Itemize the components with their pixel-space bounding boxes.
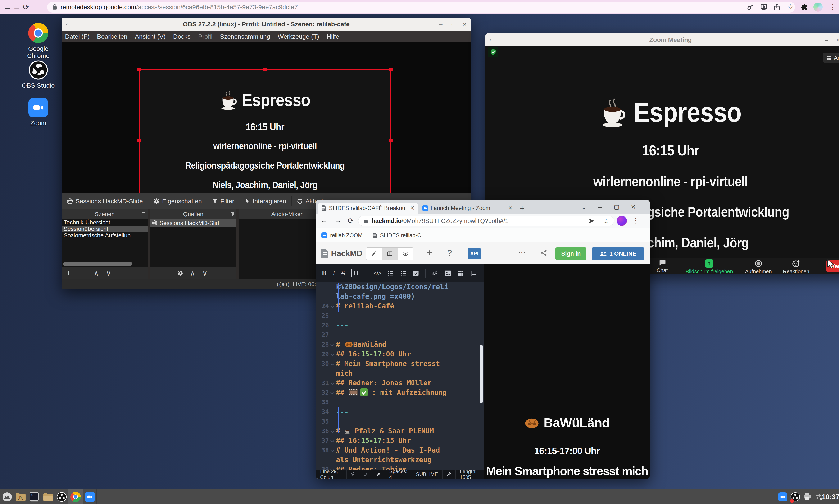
menu-werkzeuge[interactable]: Werkzeuge (T)	[278, 33, 319, 40]
browser-menu-icon[interactable]: ⋮	[632, 216, 639, 224]
menu-ansicht[interactable]: Ansicht (V)	[135, 33, 166, 40]
online-users-button[interactable]: 1 ONLINE	[592, 247, 645, 260]
profile-avatar[interactable]	[814, 2, 823, 12]
scenes-panel-header[interactable]: Szenen	[62, 209, 148, 219]
sources-panel-header[interactable]: Quellen	[150, 209, 236, 219]
obs-minimize-button[interactable]: –	[439, 21, 443, 28]
resize-handle[interactable]	[389, 139, 393, 142]
forward-icon[interactable]: →	[335, 216, 341, 224]
tab-close-icon[interactable]: ✕	[410, 205, 415, 212]
share-screen-button[interactable]: Bildschirm freigeben	[684, 259, 734, 274]
reload-icon[interactable]: ⟳	[348, 216, 354, 225]
table-button[interactable]	[458, 270, 464, 276]
source-properties-icon[interactable]	[177, 270, 183, 276]
source-up-button[interactable]: ∧	[190, 269, 195, 277]
check-status-icon[interactable]	[359, 470, 372, 479]
address-bar[interactable]: remotedesktop.google.com/access/session/…	[47, 2, 795, 13]
numbered-list-button[interactable]	[400, 270, 407, 276]
menu-profil[interactable]: Profil	[198, 33, 212, 40]
browser-tab-active[interactable]: SLIDES relilab-CAFÉ Breakou ✕	[318, 203, 418, 214]
image-button[interactable]	[445, 270, 451, 276]
brush-icon[interactable]	[372, 470, 385, 479]
bookmark-item[interactable]: SLIDES relilab-C...	[380, 232, 426, 239]
resize-handle[interactable]	[137, 139, 141, 142]
horizontal-scrollbar[interactable]	[63, 262, 132, 266]
window-close-button[interactable]: ✕	[631, 203, 636, 211]
menu-hilfe[interactable]: Hilfe	[327, 33, 339, 40]
link-button[interactable]	[432, 270, 438, 276]
taskbar-launcher-home[interactable]	[0, 489, 14, 504]
desktop-icon-obs[interactable]: OBS Studio	[18, 60, 58, 89]
new-note-button[interactable]: +	[427, 247, 432, 258]
cursor-position[interactable]: Line 29, Colun	[316, 470, 347, 479]
zoom-maximize-button[interactable]: ▫	[837, 37, 839, 43]
code-button[interactable]: </>	[374, 270, 381, 276]
taskbar-window-chrome-active[interactable]	[68, 489, 83, 504]
scene-item-selected[interactable]: Sessionübersicht	[62, 226, 148, 232]
indent-setting[interactable]: Spaces: 4	[385, 470, 412, 479]
remove-scene-button[interactable]: −	[78, 269, 82, 277]
remove-source-button[interactable]: −	[166, 269, 170, 277]
key-icon[interactable]	[747, 3, 754, 11]
keymap-setting[interactable]: SUBLIME	[412, 470, 442, 479]
taskbar-terminal[interactable]: >_	[28, 489, 41, 504]
scene-item[interactable]: Soziometrische Aufstellun	[62, 232, 148, 239]
window-maximize-button[interactable]: ▢	[614, 203, 619, 211]
filter-button[interactable]: Filter	[207, 193, 239, 209]
profile-avatar[interactable]	[617, 216, 627, 226]
obs-preview-canvas[interactable]: Espresso 16:15 Uhr wirlernenonline - rpi…	[62, 42, 471, 193]
bookmark-star-icon[interactable]: ☆	[603, 217, 609, 225]
bold-button[interactable]: B	[322, 269, 326, 277]
security-shield-icon[interactable]	[488, 47, 498, 57]
browser-menu-icon[interactable]: ⋮	[828, 2, 837, 12]
help-button[interactable]: ?	[447, 248, 452, 258]
desktop-icon-zoom[interactable]: Zoom	[18, 98, 58, 127]
source-down-button[interactable]: ∨	[202, 269, 208, 277]
obs-titlebar[interactable]: ‹ OBS 27.2.2 (linux) - Profil: Untitled …	[62, 18, 471, 31]
api-badge[interactable]: API	[468, 248, 481, 259]
more-options-icon[interactable]: …	[518, 246, 526, 255]
lightbulb-icon[interactable]	[347, 470, 359, 479]
interact-button[interactable]: Interagieren	[239, 193, 291, 209]
taskbar-screenshot-folder[interactable]: [D]	[14, 489, 27, 504]
editor-scrollbar[interactable]	[480, 345, 483, 403]
tray-zoom[interactable]	[777, 489, 789, 504]
strikethrough-button[interactable]: S	[341, 269, 345, 277]
install-icon[interactable]	[760, 3, 768, 11]
menu-szenensammlung[interactable]: Szenensammlung	[220, 33, 270, 40]
extensions-icon[interactable]	[801, 3, 808, 11]
address-bar[interactable]: hackmd.io/0Moh79SUTFCZoZzympwlTQ?both#/1…	[358, 216, 614, 226]
back-icon[interactable]: ←	[321, 216, 328, 224]
zoom-titlebar[interactable]: ‹ Zoom Meeting – ▫	[485, 33, 839, 47]
taskbar-window-zoom[interactable]	[83, 489, 97, 504]
popout-icon[interactable]	[140, 212, 145, 217]
obs-close-button[interactable]: ✕	[462, 21, 467, 28]
comment-button[interactable]	[470, 270, 476, 276]
taskbar-window-obs[interactable]	[55, 489, 68, 504]
source-item-selected[interactable]: Sessions HackMD-Slid	[150, 219, 236, 227]
edit-mode-button[interactable]	[366, 248, 382, 260]
doc-length[interactable]: Length: 1505	[456, 470, 484, 479]
view-button[interactable]: Anze	[823, 53, 839, 63]
scene-up-button[interactable]: ∧	[94, 269, 99, 277]
new-tab-button[interactable]: +	[520, 204, 524, 213]
desktop-icon-chrome[interactable]: Google Chrome	[18, 23, 58, 59]
window-minimize-button[interactable]: –	[598, 203, 602, 211]
resize-handle[interactable]	[389, 68, 393, 71]
obs-source-selection-frame[interactable]: Espresso 16:15 Uhr wirlernenonline - rpi…	[139, 69, 391, 193]
add-source-button[interactable]: +	[155, 269, 159, 277]
italic-button[interactable]: I	[333, 269, 335, 277]
reactions-button[interactable]: Reaktionen	[771, 259, 821, 274]
resize-handle[interactable]	[263, 68, 267, 71]
back-icon[interactable]: ←	[3, 2, 12, 12]
star-icon[interactable]: ☆	[786, 2, 795, 12]
split-mode-button-active[interactable]	[382, 248, 398, 260]
scene-down-button[interactable]: ∨	[106, 269, 111, 277]
reload-icon[interactable]: ⟳	[21, 2, 31, 12]
bookmark-item[interactable]: relilab ZOOM	[330, 232, 363, 239]
browser-tab[interactable]: Launch Meeting - Zoom ✕	[419, 203, 516, 214]
slide-preview-pane[interactable]: BaWüLänd 16:15-17:00 Uhr Mein Smartphone…	[484, 264, 650, 479]
obs-maximize-button[interactable]: ▫	[451, 21, 453, 28]
tray-printer[interactable]	[801, 489, 813, 504]
tray-obs-recording[interactable]	[789, 489, 801, 504]
